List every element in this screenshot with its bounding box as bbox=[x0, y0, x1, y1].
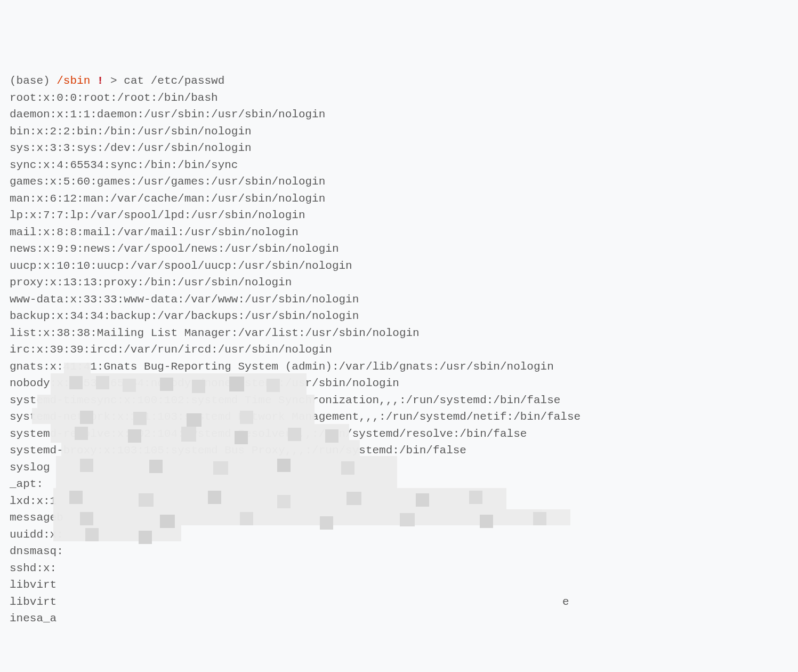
passwd-line: irc:x:39:39:ircd:/var/run/ircd:/usr/sbin… bbox=[10, 341, 788, 358]
passwd-line: _apt: bbox=[10, 476, 788, 493]
passwd-line: uucp:x:10:10:uucp:/var/spool/uucp:/usr/s… bbox=[10, 258, 788, 275]
passwd-line: systemd-network:x:101:103:systemd Networ… bbox=[10, 409, 788, 426]
passwd-line: backup:x:34:34:backup:/var/backups:/usr/… bbox=[10, 308, 788, 325]
passwd-line: lp:x:7:7:lp:/var/spool/lpd:/usr/sbin/nol… bbox=[10, 207, 788, 224]
command-text: cat /etc/passwd bbox=[124, 75, 224, 87]
partial-text-rest: roxy:x:103:105:systemd Bus Proxy,,,:/run… bbox=[70, 444, 466, 457]
prompt-path: /sbin bbox=[57, 75, 90, 87]
partial-text: systemd-b bbox=[10, 444, 70, 457]
passwd-line: lxd:x:1 bbox=[10, 493, 788, 510]
passwd-line: systemd-broxy:x:103:105:systemd Bus Prox… bbox=[10, 442, 788, 459]
prompt-env: (base) bbox=[10, 75, 50, 87]
passwd-line: root:x:0:0:root:/root:/bin/bash bbox=[10, 90, 788, 107]
passwd-line: syslog bbox=[10, 459, 788, 476]
passwd-line: inesa_a bbox=[10, 610, 788, 627]
passwd-line: gnats:x:41:41:Gnats Bug-Reporting System… bbox=[10, 358, 788, 375]
prompt-arrow: > bbox=[110, 75, 117, 87]
passwd-line: news:x:9:9:news:/var/spool/news:/usr/sbi… bbox=[10, 241, 788, 258]
passwd-line: man:x:6:12:man:/var/cache/man:/usr/sbin/… bbox=[10, 190, 788, 207]
trailing-char: e bbox=[562, 594, 569, 611]
passwd-line: nobody:x:65534:65534:nobody:/nonexistent… bbox=[10, 375, 788, 392]
prompt-line: (base) /sbin ! > cat /etc/passwd bbox=[10, 75, 224, 87]
passwd-line: mail:x:8:8:mail:/var/mail:/usr/sbin/nolo… bbox=[10, 224, 788, 241]
passwd-line: uuidd:x: bbox=[10, 526, 788, 543]
passwd-line: systemd-timesync:x:100:102:systemd Time … bbox=[10, 392, 788, 409]
terminal-output: (base) /sbin ! > cat /etc/passwd root:x:… bbox=[10, 73, 788, 627]
passwd-line: dnsmasq: bbox=[10, 543, 788, 560]
passwd-line: daemon:x:1:1:daemon:/usr/sbin:/usr/sbin/… bbox=[10, 106, 788, 123]
passwd-line: proxy:x:13:13:proxy:/bin:/usr/sbin/nolog… bbox=[10, 274, 788, 291]
passwd-line: www-data:x:33:33:www-data:/var/www:/usr/… bbox=[10, 291, 788, 308]
passwd-line: messageb bbox=[10, 509, 788, 526]
passwd-line: libvirt bbox=[10, 577, 788, 594]
passwd-line: bin:x:2:2:bin:/bin:/usr/sbin/nologin bbox=[10, 123, 788, 140]
passwd-line: list:x:38:38:Mailing List Manager:/var/l… bbox=[10, 325, 788, 342]
passwd-line: libvirte bbox=[10, 594, 788, 611]
passwd-line: games:x:5:60:games:/usr/games:/usr/sbin/… bbox=[10, 173, 788, 190]
prompt-bang: ! bbox=[97, 75, 104, 87]
passwd-line: sys:x:3:3:sys:/dev:/usr/sbin/nologin bbox=[10, 140, 788, 157]
passwd-line: systemd-resolve:x:102:104:systemd Resolv… bbox=[10, 426, 788, 443]
passwd-line: sync:x:4:65534:sync:/bin:/bin/sync bbox=[10, 157, 788, 174]
passwd-line: sshd:x: bbox=[10, 560, 788, 577]
